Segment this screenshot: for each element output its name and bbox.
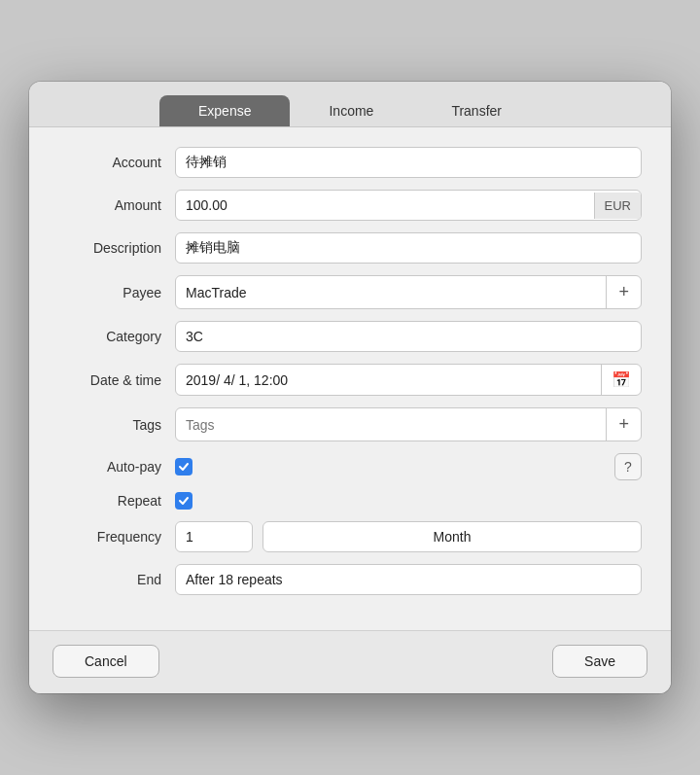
tags-field: + — [175, 407, 642, 441]
datetime-row: Date & time 📅 — [58, 364, 642, 396]
payee-input[interactable] — [176, 278, 606, 307]
end-input[interactable] — [175, 564, 642, 595]
tab-income[interactable]: Income — [290, 95, 412, 126]
currency-badge: EUR — [594, 193, 641, 219]
tab-transfer[interactable]: Transfer — [412, 95, 541, 126]
payee-add-button[interactable]: + — [606, 276, 641, 308]
category-label: Category — [58, 329, 175, 344]
repeat-field — [175, 492, 642, 510]
period-button[interactable]: Month — [262, 521, 642, 552]
repeat-checkmark-icon — [178, 495, 190, 507]
repeat-checkbox-row — [175, 492, 642, 510]
amount-row: Amount EUR — [58, 190, 642, 221]
repeat-label: Repeat — [58, 493, 175, 509]
payee-field: + — [175, 275, 642, 309]
payee-wrapper: + — [175, 275, 642, 309]
frequency-input[interactable] — [175, 521, 253, 552]
tags-row: Tags + — [58, 407, 642, 441]
category-field — [175, 321, 642, 352]
help-button[interactable]: ? — [614, 453, 642, 480]
datetime-input[interactable] — [176, 366, 601, 395]
tags-add-button[interactable]: + — [606, 408, 641, 440]
autopay-field: ? — [175, 453, 642, 480]
category-row: Category — [58, 321, 642, 352]
end-row: End — [58, 564, 642, 595]
amount-label: Amount — [58, 197, 175, 213]
datetime-field: 📅 — [175, 364, 642, 396]
account-row: Account — [58, 147, 642, 178]
account-field — [175, 147, 642, 178]
frequency-label: Frequency — [58, 529, 175, 545]
form-area: Account Amount EUR Description Paye — [29, 127, 671, 630]
datetime-label: Date & time — [58, 372, 175, 388]
autopay-checkbox-row: ? — [175, 453, 642, 480]
cancel-button[interactable]: Cancel — [52, 645, 159, 678]
description-input[interactable] — [175, 232, 642, 264]
checkmark-icon — [178, 461, 190, 473]
account-label: Account — [58, 155, 175, 170]
amount-field: EUR — [175, 190, 642, 221]
repeat-row: Repeat — [58, 492, 642, 510]
payee-row: Payee + — [58, 275, 642, 309]
autopay-checkbox[interactable] — [175, 458, 192, 476]
category-input[interactable] — [175, 321, 642, 352]
amount-input[interactable] — [176, 191, 594, 220]
tab-expense[interactable]: Expense — [159, 95, 290, 126]
frequency-controls: Month — [175, 521, 642, 552]
tab-bar: Expense Income Transfer — [29, 82, 671, 127]
end-label: End — [58, 572, 175, 587]
autopay-row: Auto-pay ? — [58, 453, 642, 480]
description-field — [175, 232, 642, 264]
description-label: Description — [58, 240, 175, 256]
frequency-row: Frequency Month — [58, 521, 642, 552]
tags-input[interactable] — [176, 410, 606, 440]
end-field — [175, 564, 642, 595]
payee-label: Payee — [58, 285, 175, 300]
dialog-footer: Cancel Save — [29, 630, 671, 693]
repeat-checkbox[interactable] — [175, 492, 192, 510]
tags-label: Tags — [58, 417, 175, 433]
datetime-wrapper: 📅 — [175, 364, 642, 396]
expense-dialog: Expense Income Transfer Account Amount E… — [29, 82, 671, 693]
frequency-field: Month — [175, 521, 642, 552]
account-input[interactable] — [175, 147, 642, 178]
autopay-label: Auto-pay — [58, 459, 175, 475]
save-button[interactable]: Save — [552, 645, 648, 678]
calendar-icon-button[interactable]: 📅 — [601, 365, 641, 395]
description-row: Description — [58, 232, 642, 264]
tags-wrapper: + — [175, 407, 642, 441]
amount-wrapper: EUR — [175, 190, 642, 221]
